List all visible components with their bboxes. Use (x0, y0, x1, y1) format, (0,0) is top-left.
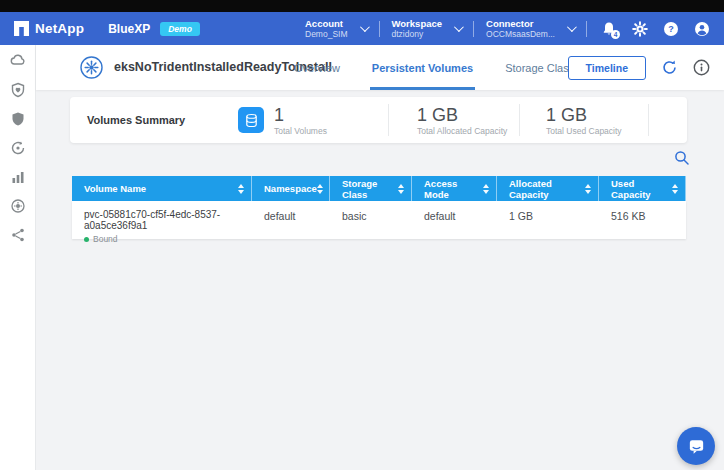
persistent-volumes-table: Volume Name Namespace Storage Class Acce… (72, 176, 686, 239)
stat-used-capacity: 1 GB Total Used Capacity (520, 105, 648, 136)
tab-overview[interactable]: Overview (292, 45, 342, 90)
tab-persistent-volumes[interactable]: Persistent Volumes (370, 45, 475, 90)
volume-name-cell: pvc-05881c70-cf5f-4edc-8537-a0a5ce36f9a1… (72, 201, 252, 239)
divider (648, 104, 649, 136)
used-capacity-label: Total Used Capacity (546, 126, 622, 136)
column-header-namespace[interactable]: Namespace (252, 176, 330, 201)
notification-badge: 4 (611, 30, 620, 39)
extensions-icon[interactable] (10, 198, 26, 214)
sort-icon[interactable] (317, 184, 323, 194)
netapp-logo-icon (14, 21, 29, 36)
allocated-capacity-value: 1 GB (417, 105, 507, 125)
allocated-capacity-cell: 1 GB (497, 201, 599, 239)
volume-name: pvc-05881c70-cf5f-4edc-8537-a0a5ce36f9a1 (84, 209, 252, 231)
info-icon[interactable] (693, 59, 710, 76)
refresh-icon[interactable] (661, 59, 678, 76)
used-capacity-value: 1 GB (546, 105, 622, 125)
table-header-row: Volume Name Namespace Storage Class Acce… (72, 176, 686, 201)
content-area: Volumes Summary 1 Total Volumes 1 (36, 90, 724, 470)
help-icon[interactable]: ? (663, 21, 679, 37)
bluexp-app: NetApp BlueXP Demo Account Demo_SIM Work… (0, 0, 724, 470)
column-header-storage-class[interactable]: Storage Class (330, 176, 412, 201)
workspace-label: Workspace (392, 18, 443, 29)
connector-menu[interactable]: Connector OCCMsaasDem... (474, 18, 586, 39)
total-volumes-value: 1 (274, 105, 327, 125)
chevron-down-icon (567, 22, 577, 32)
notifications-bell-icon[interactable]: 4 (601, 21, 617, 37)
connector-label: Connector (486, 18, 555, 29)
storage-icon[interactable] (10, 53, 26, 69)
kubernetes-cluster-icon (80, 56, 103, 79)
mobility-icon[interactable] (10, 169, 26, 185)
sort-icon[interactable] (398, 184, 404, 194)
app-header: NetApp BlueXP Demo Account Demo_SIM Work… (0, 12, 724, 45)
chevron-down-icon (359, 22, 369, 32)
sort-icon[interactable] (238, 184, 244, 194)
brand-name: NetApp (35, 21, 84, 36)
summary-title: Volumes Summary (70, 114, 220, 126)
column-header-access-mode[interactable]: Access Mode (412, 176, 497, 201)
divider (586, 21, 587, 37)
demo-badge: Demo (160, 22, 200, 36)
allocated-capacity-label: Total Allocated Capacity (417, 126, 507, 136)
account-label: Account (305, 18, 348, 29)
column-header-volume-name[interactable]: Volume Name (72, 176, 252, 201)
cluster-title-bar: eksNoTridentInstalledReadyToInstall Over… (36, 45, 724, 90)
stat-total-volumes: 1 Total Volumes (220, 105, 388, 136)
chat-launcher-button[interactable] (677, 427, 715, 465)
account-value: Demo_SIM (305, 29, 348, 39)
sort-icon[interactable] (483, 184, 489, 194)
header-right: Account Demo_SIM Workspace dtzidony Conn… (293, 18, 710, 39)
search-icon[interactable] (674, 150, 690, 166)
header-icons: 4 (601, 21, 710, 37)
used-capacity-cell: 516 KB (599, 201, 686, 239)
volumes-database-icon (238, 107, 264, 133)
sort-icon[interactable] (672, 184, 678, 194)
status-dot-icon (84, 237, 89, 242)
svg-text:?: ? (668, 24, 674, 34)
table-row[interactable]: pvc-05881c70-cf5f-4edc-8537-a0a5ce36f9a1… (72, 201, 686, 239)
account-menu[interactable]: Account Demo_SIM (293, 18, 379, 39)
left-nav-sidebar (0, 45, 36, 470)
storage-class-cell: basic (330, 201, 412, 239)
volume-status: Bound (84, 234, 118, 244)
workspace-menu[interactable]: Workspace dtzidony (380, 18, 474, 39)
protection-icon[interactable] (10, 111, 26, 127)
connector-value: OCCMsaasDem... (486, 29, 555, 39)
health-icon[interactable] (10, 82, 26, 98)
volumes-summary-card: Volumes Summary 1 Total Volumes 1 (70, 97, 687, 143)
sort-icon[interactable] (585, 184, 591, 194)
column-header-allocated-capacity[interactable]: Allocated Capacity (497, 176, 599, 201)
share-icon[interactable] (10, 227, 26, 243)
title-bar-actions: Timeline (568, 45, 710, 90)
timeline-button[interactable]: Timeline (568, 56, 646, 80)
column-header-used-capacity[interactable]: Used Capacity (599, 176, 686, 201)
chevron-down-icon (454, 22, 464, 32)
governance-icon[interactable] (10, 140, 26, 156)
product-name: BlueXP (108, 22, 150, 36)
settings-gear-icon[interactable] (632, 21, 648, 37)
workspace-value: dtzidony (392, 29, 443, 39)
stat-allocated-capacity: 1 GB Total Allocated Capacity (389, 105, 519, 136)
status-text: Bound (93, 234, 118, 244)
user-account-icon[interactable] (694, 21, 710, 37)
namespace-cell: default (252, 201, 330, 239)
total-volumes-label: Total Volumes (274, 126, 327, 136)
access-mode-cell: default (412, 201, 497, 239)
window-top-bar (0, 0, 724, 12)
tabs: Overview Persistent Volumes Storage Clas… (292, 45, 588, 90)
